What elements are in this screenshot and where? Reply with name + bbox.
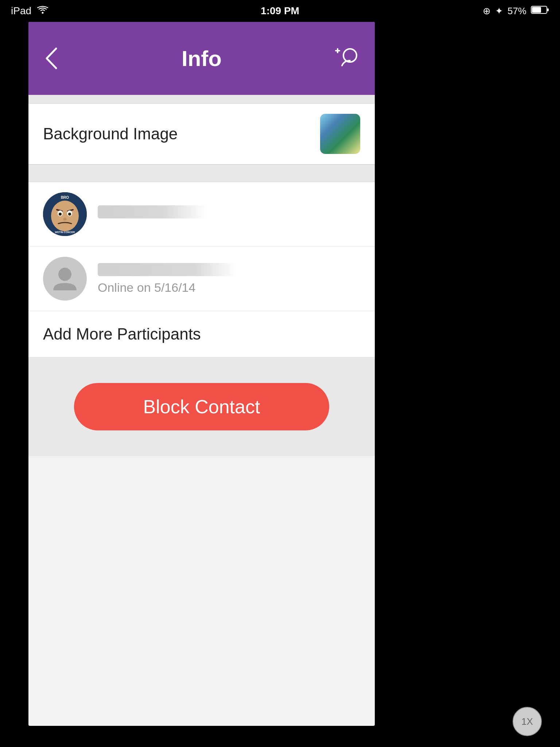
contact-2-name-blurred xyxy=(98,263,236,276)
status-time: 1:09 PM xyxy=(261,5,299,17)
svg-point-13 xyxy=(68,213,71,216)
svg-rect-2 xyxy=(532,7,541,13)
avatar-meme: BRO WETIN CONCER xyxy=(43,192,87,236)
nav-bar: Info xyxy=(28,22,375,95)
location-icon: ⊕ xyxy=(483,5,491,17)
add-participants-row[interactable]: Add More Participants xyxy=(28,311,375,357)
battery-icon xyxy=(531,5,549,17)
page-title: Info xyxy=(182,46,222,71)
contact-2-status: Online on 5/16/14 xyxy=(98,280,360,295)
svg-rect-3 xyxy=(547,8,549,11)
svg-point-0 xyxy=(42,12,44,14)
contact-1-name-blurred xyxy=(98,205,207,218)
section-gap-1 xyxy=(28,165,375,182)
contact-2-info: Online on 5/16/14 xyxy=(98,263,360,295)
top-divider xyxy=(28,95,375,104)
status-right: ⊕ ✦ 57% xyxy=(483,5,549,17)
add-contact-button[interactable] xyxy=(334,45,360,71)
background-image-row[interactable]: Background Image xyxy=(28,104,375,165)
back-button[interactable] xyxy=(43,46,59,71)
contact-row-2[interactable]: Online on 5/16/14 xyxy=(28,247,375,311)
scale-indicator[interactable]: 1X xyxy=(513,707,542,736)
battery-percent: 57% xyxy=(508,5,526,17)
svg-text:BRO: BRO xyxy=(61,196,69,200)
status-bar: iPad 1:09 PM ⊕ ✦ 57% xyxy=(0,0,560,22)
svg-text:WETIN CONCER: WETIN CONCER xyxy=(55,231,75,233)
status-left: iPad xyxy=(11,5,48,17)
wifi-icon xyxy=(37,5,48,17)
contact-row-1[interactable]: BRO WETIN CONCER xyxy=(28,182,375,247)
bottom-section: Block Contact xyxy=(28,357,375,456)
background-image-label: Background Image xyxy=(43,125,178,143)
svg-point-16 xyxy=(58,268,71,281)
bluetooth-icon: ✦ xyxy=(495,5,503,17)
ipad-frame: Info Background Image BRO xyxy=(28,22,375,726)
scale-label: 1X xyxy=(521,716,533,727)
block-contact-label: Block Contact xyxy=(143,396,260,418)
svg-point-9 xyxy=(51,201,79,231)
block-contact-button[interactable]: Block Contact xyxy=(74,383,329,430)
avatar-generic xyxy=(43,257,87,301)
add-participants-label: Add More Participants xyxy=(43,325,201,343)
svg-point-12 xyxy=(59,213,62,216)
svg-point-14 xyxy=(63,218,67,221)
contact-1-info xyxy=(98,205,360,223)
ipad-label: iPad xyxy=(11,5,31,17)
background-image-thumbnail[interactable] xyxy=(320,114,360,154)
